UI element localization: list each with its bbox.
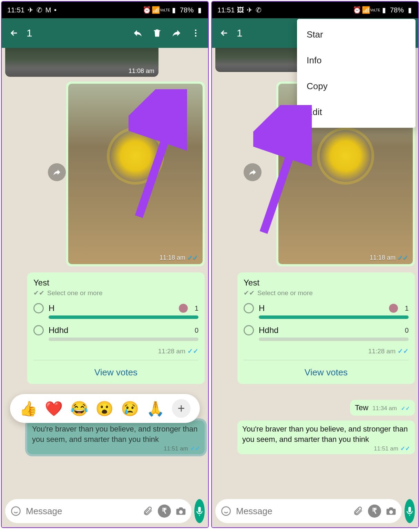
reply-button[interactable] (128, 23, 147, 43)
poll-option-count: 0 (405, 326, 409, 334)
read-ticks-icon: ✓✓ (401, 405, 410, 412)
overflow-menu: Star Info Copy Edit (297, 19, 416, 128)
right-screenshot: 11:51 🖼 ✈ ✆ ⏰ 📶 VoLTE ▮ 78% ▮ 1 (211, 1, 419, 528)
poll-hint-text: Select one or more (47, 289, 103, 297)
poll-option[interactable]: H 1 (33, 303, 198, 319)
phone-icon: ✆ (36, 7, 42, 13)
read-ticks-icon: ✓✓ (398, 347, 409, 355)
poll-title: Yest (33, 278, 198, 288)
message-time: 11:28 am (368, 348, 396, 355)
read-ticks-icon: ✓✓ (187, 254, 198, 261)
message-input[interactable] (236, 506, 348, 517)
poll-option-label: H (49, 303, 174, 313)
svg-point-2 (195, 35, 197, 37)
status-time: 11:51 (7, 6, 24, 14)
emoji-button[interactable] (10, 505, 22, 517)
delete-button[interactable] (147, 23, 167, 43)
poll-message[interactable]: Yest ✔✔ Select one or more H 1 Hdhd 0 (27, 272, 205, 384)
message-time: 11:08 am (129, 68, 154, 75)
radio-icon[interactable] (244, 303, 254, 313)
reaction-wow[interactable]: 😮 (95, 400, 113, 417)
attach-button[interactable] (142, 505, 154, 517)
selected-text-message[interactable]: You're braver than you believe, and stro… (27, 421, 205, 454)
back-button[interactable] (215, 23, 234, 43)
menu-edit[interactable]: Edit (297, 99, 416, 125)
voice-record-button[interactable] (404, 499, 415, 523)
reaction-sad[interactable]: 😢 (121, 400, 139, 417)
poll-option[interactable]: Hdhd 0 (33, 325, 198, 341)
left-screenshot: 11:51 ✈ ✆ M • ⏰ 📶 VoLTE ▮ 78% ▮ 1 (1, 1, 209, 528)
svg-point-0 (195, 30, 197, 31)
svg-point-5 (222, 507, 231, 516)
poll-bar-fill (259, 315, 409, 319)
poll-option-count: 1 (195, 304, 198, 312)
reaction-pray[interactable]: 🙏 (146, 400, 164, 417)
menu-info[interactable]: Info (297, 48, 416, 73)
svg-point-1 (195, 32, 197, 34)
incoming-photo-message[interactable]: 11:08 am (5, 48, 158, 77)
payment-button[interactable]: ₹ (368, 505, 381, 518)
message-time: 11:51 am (374, 445, 398, 452)
back-button[interactable] (4, 23, 24, 43)
poll-option[interactable]: Hdhd 0 (244, 325, 409, 341)
message-text: Tew (355, 403, 368, 412)
outgoing-photo-message[interactable]: 11:18 am ✓✓ (66, 82, 205, 266)
status-bar: 11:51 🖼 ✈ ✆ ⏰ 📶 VoLTE ▮ 78% ▮ (212, 2, 418, 18)
phone-icon: ✆ (255, 7, 262, 13)
poll-title: Yest (244, 278, 409, 288)
reaction-picker: 👍 ❤️ 😂 😮 😢 🙏 + (10, 394, 200, 423)
message-input[interactable] (26, 506, 138, 517)
menu-copy[interactable]: Copy (297, 73, 416, 99)
menu-star[interactable]: Star (297, 22, 416, 48)
radio-icon[interactable] (33, 303, 44, 313)
poll-option-label: H (259, 303, 384, 313)
chat-body: 11:08 am 11:18 am ✓✓ Yest ✔✔ Select one … (2, 48, 208, 527)
gmail-icon: M (45, 7, 51, 13)
camera-button[interactable] (385, 505, 397, 517)
wifi-icon: 📶 (363, 7, 369, 13)
checkmarks-icon: ✔✔ (244, 289, 255, 297)
overflow-button[interactable] (186, 23, 205, 43)
attach-button[interactable] (352, 505, 364, 517)
volte-icon: VoLTE (372, 7, 378, 13)
reaction-laugh[interactable]: 😂 (70, 400, 88, 417)
read-ticks-icon: ✓✓ (187, 347, 198, 355)
message-input-container: ₹ (5, 499, 192, 523)
payment-button[interactable]: ₹ (158, 505, 171, 518)
message-time: 11:28 am (158, 348, 185, 355)
svg-point-3 (12, 507, 20, 516)
emoji-button[interactable] (220, 505, 232, 517)
dot-icon: • (54, 6, 57, 14)
message-text: You're braver than you believe, and stro… (242, 424, 410, 444)
forward-button[interactable] (167, 23, 186, 43)
forward-media-button[interactable] (244, 163, 262, 181)
poll-hint-text: Select one or more (257, 289, 313, 297)
photo-content: 11:18 am ✓✓ (68, 84, 203, 264)
battery-percent: 78% (390, 6, 404, 14)
forward-media-button[interactable] (48, 163, 66, 181)
outgoing-text-message[interactable]: Tew 11:34 am ✓✓ (350, 400, 415, 416)
voice-record-button[interactable] (194, 499, 205, 523)
outgoing-text-message[interactable]: You're braver than you believe, and stro… (237, 421, 415, 454)
selection-app-bar: 1 (2, 18, 208, 48)
poll-option-label: Hdhd (49, 325, 188, 335)
poll-option-count: 0 (195, 326, 198, 334)
status-time: 11:51 (217, 6, 235, 14)
reaction-more-button[interactable]: + (172, 399, 191, 418)
reaction-heart[interactable]: ❤️ (45, 400, 63, 417)
checkmarks-icon: ✔✔ (33, 289, 44, 297)
poll-option-label: Hdhd (259, 325, 398, 335)
poll-option[interactable]: H 1 (244, 303, 409, 319)
poll-message[interactable]: Yest ✔✔ Select one or more H 1 Hdhd 0 (237, 272, 415, 384)
view-votes-button[interactable]: View votes (33, 360, 198, 381)
message-time: 11:51 am (164, 445, 188, 452)
message-time: 11:18 am (160, 254, 185, 261)
radio-icon[interactable] (33, 325, 44, 335)
view-votes-button[interactable]: View votes (244, 360, 409, 381)
read-ticks-icon: ✓✓ (400, 445, 410, 452)
radio-icon[interactable] (244, 325, 254, 335)
message-text: You're braver than you believe, and stro… (32, 424, 200, 444)
camera-button[interactable] (175, 505, 187, 517)
wifi-icon: 📶 (153, 7, 159, 13)
reaction-thumbsup[interactable]: 👍 (19, 400, 37, 417)
